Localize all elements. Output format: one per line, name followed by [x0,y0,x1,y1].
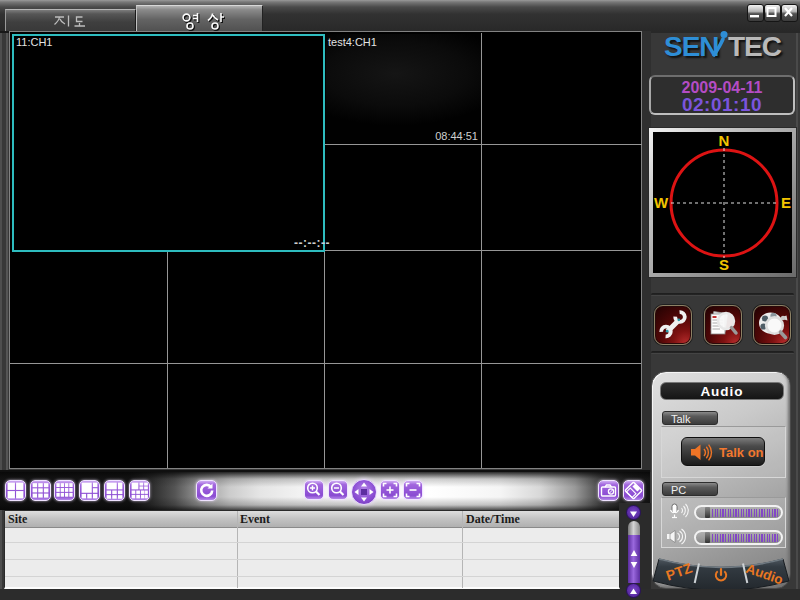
svg-text:N: N [719,132,730,149]
svg-text:W: W [654,194,669,211]
svg-text:E: E [781,194,791,211]
svg-text:SEN: SEN [664,31,719,61]
svg-text:S: S [719,256,729,273]
svg-text:TEC: TEC [728,31,782,61]
